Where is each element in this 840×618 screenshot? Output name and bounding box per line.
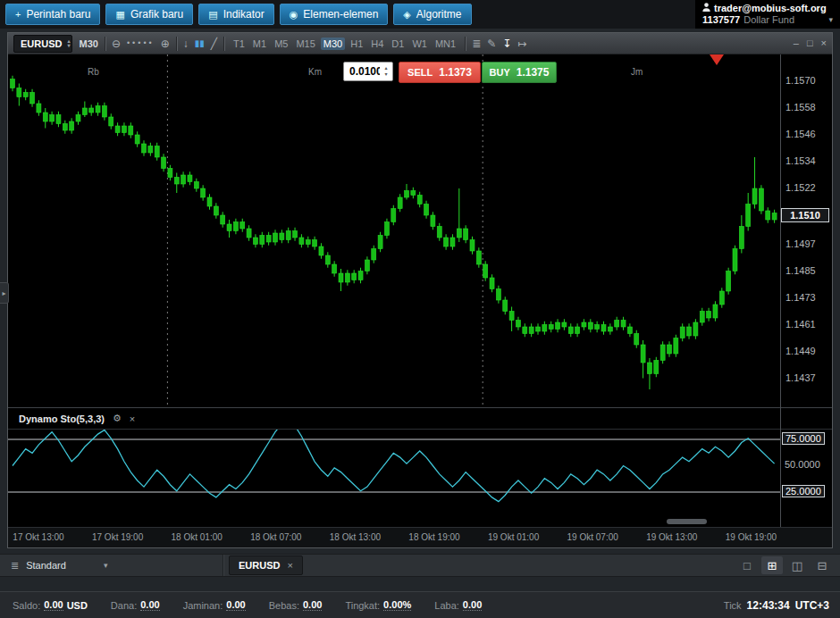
time-axis-label: 18 Okt 01:00 xyxy=(172,532,223,542)
toolbar-separator xyxy=(105,37,105,51)
profile-selector[interactable]: ≣ Standard ▾ xyxy=(0,555,223,576)
user-icon xyxy=(702,3,710,14)
tick-label: Tick xyxy=(724,600,742,611)
layout-single-button[interactable]: □ xyxy=(736,556,758,574)
timeframe-bar: T1M1M5M15M30H1H4D1W1MN1 xyxy=(231,38,458,50)
status-value[interactable]: 0.00 xyxy=(226,599,245,611)
status-value[interactable]: 0.00% xyxy=(383,599,411,611)
minimize-icon[interactable]: – xyxy=(794,38,799,48)
status-value[interactable]: 0.00 xyxy=(140,599,159,611)
status-label: Bebas: xyxy=(269,600,299,611)
timeframe-m5[interactable]: M5 xyxy=(272,38,290,50)
layout-split-horizontal-button[interactable]: ⊟ xyxy=(811,556,833,574)
period-label: M30 xyxy=(79,38,97,49)
bar-spacing-dots[interactable]: ••••• xyxy=(127,39,155,47)
timeframe-h4[interactable]: H4 xyxy=(368,38,386,50)
tab-close-icon[interactable]: × xyxy=(287,560,292,571)
toolbar-button-label: Grafik baru xyxy=(130,8,183,21)
shift-end-icon[interactable]: ↦ xyxy=(517,38,526,49)
chart-icon: ▦ xyxy=(115,10,124,20)
layout-split-vertical-button[interactable]: ◫ xyxy=(786,556,808,574)
day-label-jm: Jm xyxy=(631,67,643,77)
timeframe-t1[interactable]: T1 xyxy=(231,38,248,50)
close-icon[interactable]: × xyxy=(821,38,827,48)
status-value[interactable]: 0.00 xyxy=(303,599,322,611)
toolbar-button-new-chart[interactable]: ▦Grafik baru xyxy=(105,4,193,25)
chart-tab-eurusd[interactable]: EURUSD × xyxy=(229,555,303,575)
timeframe-m1[interactable]: M1 xyxy=(250,38,269,50)
price-axis-label: 1.1461 xyxy=(780,319,832,330)
status-value[interactable]: 0.00 xyxy=(44,599,63,611)
time-axis-label: 19 Okt 19:00 xyxy=(726,532,777,542)
indicator-close-icon[interactable]: × xyxy=(130,413,135,424)
toolbar-button-algorithms[interactable]: ◈Algoritme xyxy=(393,4,471,25)
timeframe-d1[interactable]: D1 xyxy=(389,38,407,50)
chart-toolbar: EURUSD ▴ ▾ M30 ⊖ ••••• ⊕ ↓ ▮▮ ╱ T1M1M5M1… xyxy=(8,33,832,54)
toolbar-button-indicators[interactable]: ▤Indikator xyxy=(198,4,273,25)
draw-line-icon[interactable]: ✎ xyxy=(487,38,496,49)
bottom-toolbar: ≣ Standard ▾ EURUSD × □⊞◫⊟ xyxy=(0,554,840,577)
price-axis-label: 1.1485 xyxy=(780,265,832,276)
time-axis-label: 19 Okt 07:00 xyxy=(567,532,618,542)
toolbar-separator xyxy=(223,37,224,51)
toolbar-button-label: Perintah baru xyxy=(26,8,90,21)
buy-button[interactable]: BUY 1.1375 xyxy=(482,62,557,83)
layout-grid-button[interactable]: ⊞ xyxy=(761,556,783,574)
symbol-spinner[interactable]: ▴ ▾ xyxy=(67,39,70,48)
status-item: Bebas:0.00 xyxy=(269,599,323,611)
toolbar-button-elements[interactable]: ◉Elemen-elemen xyxy=(280,4,389,25)
alert-marker-triangle[interactable] xyxy=(710,54,724,65)
chart-canvas[interactable]: RbKmJm ▴▾ SELL 1.1373 BUY 1.1375 xyxy=(8,54,780,407)
current-price-badge: 1.1510 xyxy=(781,208,829,222)
timeframe-h1[interactable]: H1 xyxy=(348,38,365,50)
elements-icon: ◉ xyxy=(290,10,298,20)
toolbar-button-new-order[interactable]: +Perintah baru xyxy=(5,4,100,25)
menu-icon: ≣ xyxy=(11,560,19,572)
status-item: Saldo:0.00USD xyxy=(13,599,88,611)
status-item: Laba:0.00 xyxy=(434,599,482,611)
profile-label: Standard xyxy=(26,560,66,571)
account-menu[interactable]: trader@mobius-soft.org 1137577 Dollar Fu… xyxy=(695,0,840,29)
tick-clock: Tick 12:43:34 UTC+3 xyxy=(724,599,829,612)
maximize-icon[interactable]: □ xyxy=(807,38,813,48)
price-axis[interactable]: 1.1510 1.15701.15581.15461.15341.15221.1… xyxy=(780,54,832,407)
chevron-down-icon[interactable]: ▾ xyxy=(828,14,833,26)
sell-button[interactable]: SELL 1.1373 xyxy=(399,62,481,83)
chart-scrollbar[interactable] xyxy=(8,516,780,527)
price-axis-label: 1.1473 xyxy=(780,292,832,303)
status-bar: Saldo:0.00USDDana:0.00Jaminan:0.00Bebas:… xyxy=(0,591,840,618)
time-axis-label: 18 Okt 13:00 xyxy=(330,532,381,542)
timeframe-w1[interactable]: W1 xyxy=(409,38,430,50)
tick-timezone: UTC+3 xyxy=(795,599,829,612)
price-axis-label: 1.1449 xyxy=(780,346,832,356)
symbol-selector[interactable]: EURUSD ▴ ▾ xyxy=(13,35,72,53)
account-id: 1137577 xyxy=(702,14,740,26)
volume-stepper[interactable]: ▴▾ xyxy=(381,63,391,79)
indicator-canvas[interactable] xyxy=(8,429,780,517)
timeframe-mn1[interactable]: MN1 xyxy=(433,38,458,50)
account-email: trader@mobius-soft.org xyxy=(714,3,827,14)
window-controls: – □ × xyxy=(794,38,827,48)
gear-icon[interactable]: ⚙ xyxy=(113,413,122,424)
zoom-out-icon[interactable]: ⊖ xyxy=(112,38,121,49)
crosshair-icon[interactable]: ↧ xyxy=(502,38,511,49)
day-label-rb: Rb xyxy=(88,67,99,77)
chart-type-candles-icon[interactable]: ▮▮ xyxy=(195,39,205,48)
toolbar-separator xyxy=(465,37,466,51)
time-axis-label: 18 Okt 07:00 xyxy=(250,532,301,542)
chart-type-line-icon[interactable]: ╱ xyxy=(211,38,217,49)
timeframe-m15[interactable]: M15 xyxy=(293,38,317,50)
zoom-in-icon[interactable]: ⊕ xyxy=(161,38,170,49)
scrollbar-thumb[interactable] xyxy=(667,519,707,524)
time-axis-label: 17 Okt 13:00 xyxy=(13,532,63,542)
sidebar-expand-button[interactable]: ▸ xyxy=(0,282,9,304)
time-axis[interactable]: 17 Okt 13:0017 Okt 19:0018 Okt 01:0018 O… xyxy=(8,527,832,547)
symbol-label: EURUSD xyxy=(21,38,62,49)
top-toolbar-buttons: +Perintah baru▦Grafik baru▤Indikator◉Ele… xyxy=(5,4,472,25)
indicator-axis[interactable]: 75.000050.000025.0000 xyxy=(780,429,832,517)
price-axis-label: 1.1534 xyxy=(780,155,832,166)
status-value[interactable]: 0.00 xyxy=(463,599,482,611)
timeframe-m30[interactable]: M30 xyxy=(321,38,345,50)
objects-list-icon[interactable]: ≣ xyxy=(472,38,481,49)
scroll-to-end-icon[interactable]: ↓ xyxy=(183,38,189,49)
